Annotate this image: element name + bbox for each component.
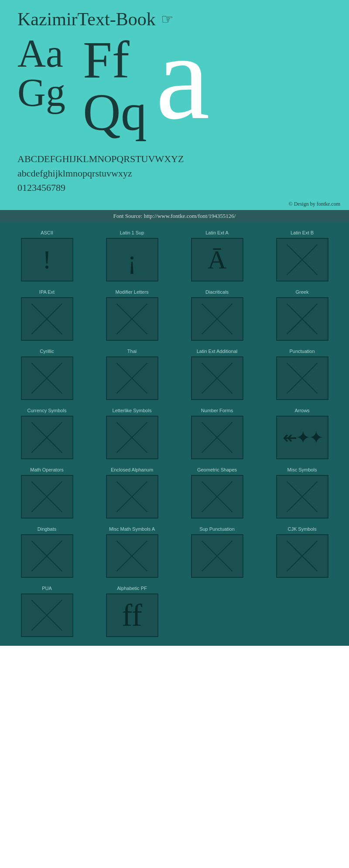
char-box [21,416,73,459]
char-cell: Greek [260,286,345,345]
char-box [276,534,328,578]
letters-ff: Ff [83,34,147,86]
char-label: Enclosed Alphanum [111,467,153,472]
char-cell: Sup Punctuation [174,523,260,582]
char-box [21,475,73,519]
char-box [276,238,328,281]
char-label: Modifier Letters [116,289,149,295]
char-cell: Diacriticals [174,286,260,345]
char-label: Dingbats [38,526,56,532]
char-cell: PUA [4,582,89,641]
char-cell: Math Operators [4,464,89,523]
char-cell: Latin Ext B [260,227,345,286]
char-cell: Latin Ext AĀ [174,227,260,286]
char-label: Math Operators [30,467,63,472]
font-name: KazimirText-Book [17,9,156,30]
header-section: KazimirText-Book ☞ Aa Gg Ff Qq a [0,0,349,147]
char-box [191,356,243,400]
char-label: Latin 1 Sup [120,230,144,235]
char-cell: Punctuation [260,345,345,404]
char-cell: Thai [89,345,174,404]
char-cell: Misc Math Symbols A [89,523,174,582]
source-text: Font Source: http://www.fontke.com/font/… [113,213,236,219]
char-cell: CJK Symbols [260,523,345,582]
char-label: Alphabetic PF [117,586,147,591]
char-box [106,356,158,400]
char-label: Cyrillic [40,349,54,354]
char-cell: Geometric Shapes [174,464,260,523]
char-label: ASCII [41,230,53,235]
char-cell: Number Forms [174,404,260,464]
char-label: Thai [127,349,137,354]
char-label: Diacriticals [205,289,229,295]
char-label: Misc Symbols [287,467,317,472]
char-label: Arrows [294,408,309,413]
specimen-grid: Aa Gg Ff Qq a [17,34,332,139]
specimen-letters-mid: Ff Qq [65,34,147,139]
char-box: ¡ [106,238,158,281]
char-label: Misc Math Symbols A [109,526,155,532]
char-box: ff [106,593,158,637]
char-label: Letterlike Symbols [113,408,152,413]
char-box [106,475,158,519]
digits: 0123456789 [17,180,332,195]
char-cell: Currency Symbols [4,404,89,464]
char-box [191,297,243,341]
char-cell: ASCII! [4,227,89,286]
specimen-letters-left: Aa Gg [17,34,65,112]
alphabet-upper: ABCDEFGHIJKLMNOPQRSTUVWXYZ [17,152,332,166]
char-label: PUA [42,586,52,591]
big-a-display: a [156,25,210,129]
char-label: Latin Ext A [205,230,229,235]
char-box [21,593,73,637]
arrow-display: ↞✦✦ [283,427,322,448]
char-box [21,297,73,341]
char-cell: Alphabetic PFff [89,582,174,641]
char-label: Greek [296,289,309,295]
char-cell: Dingbats [4,523,89,582]
alphabet-lower: abcdefghijklmnopqrstuvwxyz [17,166,332,180]
char-cell: Arrows↞✦✦ [260,404,345,464]
letters-aa: Aa [17,34,65,73]
char-cell: Enclosed Alphanum [89,464,174,523]
char-label: Geometric Shapes [197,467,237,472]
source-bar: Font Source: http://www.fontke.com/font/… [0,210,349,222]
char-display: ! [43,247,51,273]
char-cell: Latin Ext Additional [174,345,260,404]
char-cell: Modifier Letters [89,286,174,345]
char-box [276,297,328,341]
char-box [106,297,158,341]
char-box [191,475,243,519]
char-label: CJK Symbols [287,526,316,532]
letters-gg: Gg [17,73,65,112]
char-cell: Misc Symbols [260,464,345,523]
char-label: Latin Ext B [291,230,314,235]
char-box [191,416,243,459]
char-box [21,356,73,400]
char-cell: IPA Ext [4,286,89,345]
char-label: Number Forms [201,408,233,413]
char-box [191,534,243,578]
ff-ligature: ff [122,597,142,634]
char-box: ↞✦✦ [276,416,328,459]
char-label: IPA Ext [39,289,55,295]
char-box [106,416,158,459]
char-display: Ā [208,247,226,273]
letters-qq: Qq [83,86,147,139]
copyright-text: © Design by fontke.com [289,201,340,207]
char-cell: Cyrillic [4,345,89,404]
char-box [276,475,328,519]
char-box: Ā [191,238,243,281]
char-label: Latin Ext Additional [197,349,238,354]
char-label: Punctuation [289,349,315,354]
char-grid-section: ASCII!Latin 1 Sup¡Latin Ext AĀLatin Ext … [0,222,349,646]
char-grid: ASCII!Latin 1 Sup¡Latin Ext AĀLatin Ext … [4,227,345,641]
char-display: ¡ [128,247,137,273]
char-cell: Letterlike Symbols [89,404,174,464]
char-label: Sup Punctuation [199,526,235,532]
char-box [106,534,158,578]
char-box [276,356,328,400]
char-label: Currency Symbols [27,408,67,413]
copyright-bar: © Design by fontke.com [0,199,349,210]
char-box [21,534,73,578]
